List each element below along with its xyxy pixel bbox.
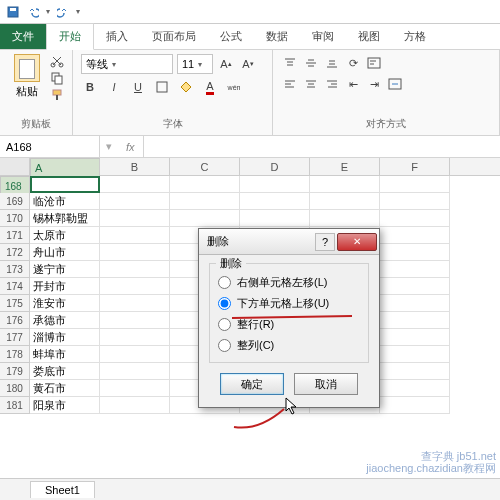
tab-formula[interactable]: 公式 [208, 24, 254, 49]
cell[interactable] [380, 312, 450, 329]
column-header[interactable]: E [310, 158, 380, 175]
cell[interactable]: 淄博市 [30, 329, 100, 346]
tab-home[interactable]: 开始 [46, 23, 94, 50]
row-header[interactable]: 177 [0, 329, 30, 346]
qat-customize-icon[interactable]: ▾ [76, 7, 80, 16]
row-header[interactable]: 171 [0, 227, 30, 244]
cell[interactable] [310, 176, 380, 193]
phonetic-button[interactable]: wén [225, 78, 243, 96]
row-header[interactable]: 180 [0, 380, 30, 397]
fx-icon[interactable]: fx [118, 141, 143, 153]
grow-font-icon[interactable]: A▴ [217, 55, 235, 73]
cell[interactable] [380, 363, 450, 380]
formula-input[interactable] [143, 136, 500, 157]
ok-button[interactable]: 确定 [220, 373, 284, 395]
cell[interactable] [100, 261, 170, 278]
copy-icon[interactable] [50, 71, 64, 85]
bold-button[interactable]: B [81, 78, 99, 96]
align-top-icon[interactable] [281, 54, 299, 72]
cell[interactable] [380, 193, 450, 210]
cell[interactable]: 舟山市 [30, 244, 100, 261]
cell[interactable] [100, 346, 170, 363]
align-right-icon[interactable] [323, 75, 341, 93]
cell[interactable]: 开封市 [30, 278, 100, 295]
cell[interactable] [100, 380, 170, 397]
align-middle-icon[interactable] [302, 54, 320, 72]
cell[interactable] [380, 397, 450, 414]
cell[interactable] [310, 193, 380, 210]
cell[interactable]: 承德市 [30, 312, 100, 329]
undo-dropdown-icon[interactable]: ▾ [46, 7, 50, 16]
row-header[interactable]: 176 [0, 312, 30, 329]
close-icon[interactable]: ✕ [337, 233, 377, 251]
tab-file[interactable]: 文件 [0, 24, 46, 49]
column-header[interactable]: D [240, 158, 310, 175]
tab-format[interactable]: 方格 [392, 24, 438, 49]
cell[interactable]: 锡林郭勒盟 [30, 210, 100, 227]
row-header[interactable]: 181 [0, 397, 30, 414]
row-header[interactable]: 178 [0, 346, 30, 363]
cell[interactable]: 太原市 [30, 227, 100, 244]
row-header[interactable]: 170 [0, 210, 30, 227]
column-header[interactable]: A [30, 158, 100, 178]
cell[interactable] [170, 176, 240, 193]
align-center-icon[interactable] [302, 75, 320, 93]
increase-indent-icon[interactable]: ⇥ [365, 75, 383, 93]
cell[interactable] [170, 193, 240, 210]
orientation-icon[interactable]: ⟳ [344, 54, 362, 72]
column-header[interactable]: F [380, 158, 450, 175]
tab-insert[interactable]: 插入 [94, 24, 140, 49]
name-box[interactable]: A168 [0, 136, 100, 157]
cell[interactable] [380, 329, 450, 346]
cell[interactable] [100, 227, 170, 244]
cell[interactable] [240, 176, 310, 193]
dialog-titlebar[interactable]: 删除 ? ✕ [199, 229, 379, 255]
cell[interactable] [100, 244, 170, 261]
column-header[interactable]: B [100, 158, 170, 175]
column-header[interactable]: C [170, 158, 240, 175]
cell[interactable]: 娄底市 [30, 363, 100, 380]
cell[interactable] [380, 380, 450, 397]
tab-data[interactable]: 数据 [254, 24, 300, 49]
tab-view[interactable]: 视图 [346, 24, 392, 49]
cell[interactable]: 淮安市 [30, 295, 100, 312]
cell[interactable] [100, 176, 170, 193]
align-left-icon[interactable] [281, 75, 299, 93]
cell[interactable] [380, 210, 450, 227]
save-icon[interactable] [6, 5, 20, 19]
cancel-button[interactable]: 取消 [294, 373, 358, 395]
underline-button[interactable]: U [129, 78, 147, 96]
font-size-select[interactable]: 11▾ [177, 54, 213, 74]
font-color-button[interactable]: A [201, 78, 219, 96]
cell[interactable] [100, 363, 170, 380]
select-all-corner[interactable] [0, 158, 30, 175]
format-painter-icon[interactable] [50, 88, 64, 102]
sheet-tab[interactable]: Sheet1 [30, 481, 95, 498]
align-bottom-icon[interactable] [323, 54, 341, 72]
cell[interactable]: 临沧市 [30, 193, 100, 210]
radio-shift-left[interactable]: 右侧单元格左移(L) [216, 272, 362, 293]
row-header[interactable]: 172 [0, 244, 30, 261]
cell[interactable] [100, 210, 170, 227]
cell[interactable]: 黄石市 [30, 380, 100, 397]
radio-shift-up[interactable]: 下方单元格上移(U) [216, 293, 362, 314]
paste-button[interactable]: 粘贴 [8, 54, 46, 102]
cell[interactable]: 遂宁市 [30, 261, 100, 278]
tab-layout[interactable]: 页面布局 [140, 24, 208, 49]
cell[interactable] [380, 346, 450, 363]
cell[interactable] [240, 193, 310, 210]
cell[interactable] [170, 210, 240, 227]
name-box-dropdown-icon[interactable]: ▾ [100, 140, 118, 153]
row-header[interactable]: 174 [0, 278, 30, 295]
tab-review[interactable]: 审阅 [300, 24, 346, 49]
cell[interactable] [380, 176, 450, 193]
cell[interactable] [100, 295, 170, 312]
decrease-indent-icon[interactable]: ⇤ [344, 75, 362, 93]
row-header[interactable]: 173 [0, 261, 30, 278]
cell[interactable] [100, 278, 170, 295]
fill-color-button[interactable] [177, 78, 195, 96]
cell[interactable] [310, 210, 380, 227]
redo-icon[interactable] [56, 5, 70, 19]
cell[interactable] [380, 261, 450, 278]
cell[interactable] [380, 295, 450, 312]
